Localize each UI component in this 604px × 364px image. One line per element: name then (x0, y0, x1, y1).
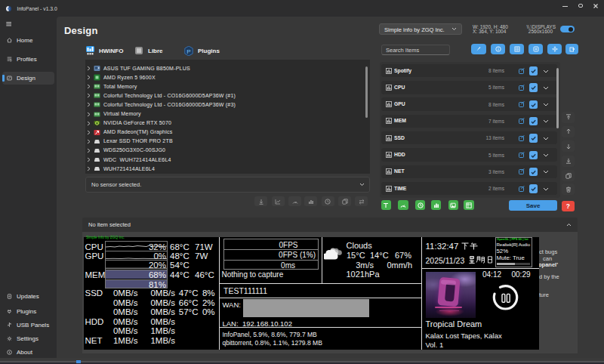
svg-text:P: P (186, 48, 190, 54)
